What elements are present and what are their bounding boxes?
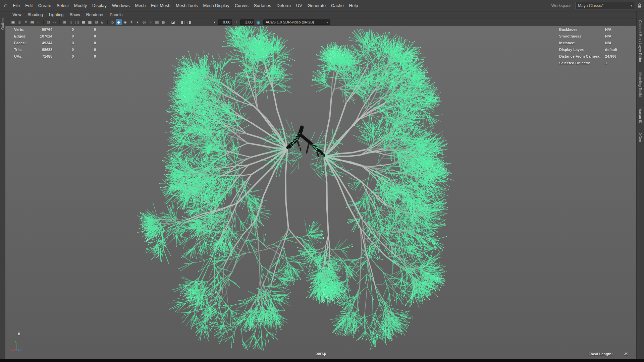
menu-item[interactable]: Display xyxy=(90,0,109,11)
menu-item[interactable]: Select xyxy=(54,0,71,11)
smooth-shade-icon[interactable]: ◆ xyxy=(116,19,122,25)
anti-aliasing-icon[interactable]: ▨ xyxy=(154,19,160,25)
view-transform-value: ACES 1.0 SDR-video (sRGB) xyxy=(266,20,314,24)
depth-of-field-icon[interactable]: ◍ xyxy=(160,19,166,25)
hud-stat-label: UVs: xyxy=(14,53,35,60)
x-ray-icon[interactable]: ◧ xyxy=(180,19,186,25)
panel-menu-item[interactable]: Shading xyxy=(24,12,46,17)
home-icon[interactable]: ⌂ xyxy=(2,2,10,9)
resolution-gate-icon[interactable]: ◫ xyxy=(74,19,80,25)
gamma-icon[interactable]: ◔ xyxy=(233,19,239,25)
screen-space-ao-icon[interactable]: ◎ xyxy=(141,19,147,25)
menu-item[interactable]: Help xyxy=(346,0,361,11)
panel-menu-item[interactable]: Renderer xyxy=(83,12,107,17)
bookmarks-icon[interactable]: ▤ xyxy=(29,19,35,25)
menu-item[interactable]: Mesh Tools xyxy=(173,0,201,11)
select-camera-icon[interactable]: ▣ xyxy=(10,19,16,25)
color-management-icon[interactable]: ◉ xyxy=(255,19,261,25)
menu-item[interactable]: Curves xyxy=(232,0,251,11)
hud-detail-label: Instance: xyxy=(559,40,605,46)
menu-item[interactable]: Surfaces xyxy=(251,0,274,11)
shading-group: ◇◆◈☀◐◎◌▨◍ xyxy=(109,19,166,25)
hud-poly-count: Verts: 59764 0 0 Edges: 107024 0 0 Faces… xyxy=(14,26,96,60)
menu-item[interactable]: Mesh xyxy=(132,0,148,11)
hud-stat-col3: 0 xyxy=(74,33,96,40)
use-all-lights-icon[interactable]: ☀ xyxy=(128,19,135,25)
right-sidebar: Channel Box / Layer EditorModeling Toolk… xyxy=(636,11,644,359)
hud-stat-col2: 0 xyxy=(52,40,74,46)
isolate-select-icon[interactable]: ◪ xyxy=(170,19,176,25)
safe-action-icon[interactable]: ⊟ xyxy=(93,19,99,25)
panel-menu-item[interactable]: Panels xyxy=(107,12,125,17)
hud-stat-label: Faces: xyxy=(14,40,35,46)
view-axis-gizmo[interactable]: y x z xyxy=(10,340,22,352)
toolbar-separator xyxy=(178,20,178,24)
hud-stat-label: Verts: xyxy=(14,26,35,33)
hud-detail-value: 1 xyxy=(605,60,617,66)
menu-item[interactable]: Generate xyxy=(305,0,328,11)
menu-item[interactable]: Cache xyxy=(328,0,346,11)
hud-camera-name: persp xyxy=(315,351,326,356)
safe-title-icon[interactable]: ◱ xyxy=(100,19,106,25)
workspace-label: Workspace: xyxy=(551,3,573,8)
sidebar-tab[interactable]: XGen xyxy=(638,133,642,142)
menu-item[interactable]: UV xyxy=(293,0,305,11)
panel-menu-item[interactable]: Show xyxy=(67,12,83,17)
isolate-group: ◪ xyxy=(170,19,176,25)
menu-item[interactable]: Edit xyxy=(22,0,35,11)
gamma-field[interactable]: 1.00 xyxy=(240,19,254,25)
hud-stat-col3: 0 xyxy=(74,46,96,53)
panel-menu-item[interactable]: Lighting xyxy=(46,12,67,17)
workspace-selector[interactable]: Maya Classic* ▾ xyxy=(575,2,635,9)
two-d-pan-zoom-icon[interactable]: ⊡ xyxy=(45,19,51,25)
sidebar-tab[interactable]: Modeling Toolkit xyxy=(638,72,642,98)
grease-pencil-icon[interactable]: ▱ xyxy=(52,19,58,25)
camera-attributes-icon[interactable]: ≡ xyxy=(23,19,29,25)
menu-item[interactable]: Mesh Display xyxy=(201,0,232,11)
toolbar-separator xyxy=(168,20,168,24)
panel-menubar: ViewShadingLightingShowRendererPanels xyxy=(5,11,636,18)
gates-group: ⊞▯◫▦▩⊟◱ xyxy=(61,19,106,25)
exposure-field[interactable]: 0.00 xyxy=(218,19,232,25)
grid-icon[interactable]: ⊞ xyxy=(61,19,67,25)
menu-item[interactable]: Edit Mesh xyxy=(148,0,173,11)
menu-item[interactable]: Windows xyxy=(109,0,132,11)
hud-stat-value: 49344 xyxy=(35,40,52,46)
color-controls-group: ◑ 0.00 ◔ 1.00 ◉ ACES 1.0 SDR-video (sRGB… xyxy=(211,19,330,25)
film-gate-icon[interactable]: ▯ xyxy=(68,19,74,25)
field-chart-icon[interactable]: ▩ xyxy=(87,19,93,25)
hud-stat-col3: 0 xyxy=(74,26,96,33)
image-plane-icon[interactable]: ▭ xyxy=(36,19,42,25)
hud-stat-value: 98688 xyxy=(35,46,52,53)
lock-icon[interactable] xyxy=(638,3,642,8)
viewport-toolbar: ▣◫≡▤▭ ⊡▱ ⊞▯◫▦▩⊟◱ ◇◆◈☀◐◎◌▨◍ ◪ ◧◨ ◑ xyxy=(5,18,636,26)
x-ray-joints-icon[interactable]: ◨ xyxy=(186,19,192,25)
sidebar-tab-outliner[interactable]: Outliner xyxy=(1,17,5,30)
sidebar-tab[interactable]: Channel Box / Layer Editor xyxy=(638,20,642,62)
hud-stat-col2: 0 xyxy=(52,53,74,60)
sidebar-tab[interactable]: Human IK xyxy=(638,108,642,123)
menu-item[interactable]: Modify xyxy=(71,0,90,11)
menu-item[interactable]: File xyxy=(10,0,22,11)
menu-item[interactable]: Deform xyxy=(274,0,293,11)
textured-icon[interactable]: ◈ xyxy=(122,19,128,25)
hud-focal-label: Focal Length: xyxy=(589,352,613,356)
toolbar-separator xyxy=(107,20,108,24)
workspace-value: Maya Classic* xyxy=(578,3,603,8)
panel-menu-item[interactable]: View xyxy=(9,12,24,17)
hud-detail-label: Smoothness: xyxy=(559,33,605,40)
motion-blur-icon[interactable]: ◌ xyxy=(148,19,154,25)
view-transform-dropdown[interactable]: ACES 1.0 SDR-video (sRGB) ▾ xyxy=(263,19,330,25)
viewport-canvas[interactable] xyxy=(5,26,636,359)
maya-window: ⌂ FileEditCreateSelectModifyDisplayWindo… xyxy=(0,0,644,362)
workspace-area: Workspace: Maya Classic* ▾ xyxy=(551,2,644,9)
toolbar-separator xyxy=(59,20,60,24)
menu-item[interactable]: Create xyxy=(36,0,54,11)
lock-camera-icon[interactable]: ◫ xyxy=(16,19,22,25)
gate-mask-icon[interactable]: ▦ xyxy=(80,19,87,25)
hud-current-frame: 0 xyxy=(18,332,20,336)
shadows-icon[interactable]: ◐ xyxy=(135,19,141,25)
exposure-icon[interactable]: ◑ xyxy=(211,19,217,25)
hud-stat-col3: 0 xyxy=(74,40,96,46)
wireframe-icon[interactable]: ◇ xyxy=(109,19,115,25)
